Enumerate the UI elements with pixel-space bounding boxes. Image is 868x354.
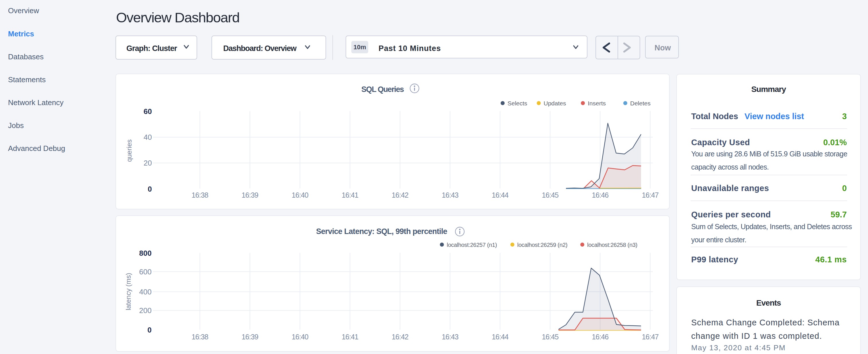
svg-text:16:40: 16:40 [292, 333, 308, 341]
svg-text:16:40: 16:40 [292, 191, 308, 199]
svg-text:16:47: 16:47 [642, 191, 658, 199]
svg-text:600: 600 [139, 267, 152, 276]
svg-text:queries: queries [125, 139, 133, 162]
svg-text:16:42: 16:42 [392, 333, 408, 341]
svg-text:0: 0 [148, 185, 152, 193]
svg-text:16:44: 16:44 [492, 333, 509, 341]
svg-text:Deletes: Deletes [630, 100, 651, 106]
svg-text:20: 20 [144, 159, 152, 167]
svg-text:localhost:26257 (n1): localhost:26257 (n1) [447, 242, 497, 248]
svg-text:16:45: 16:45 [542, 191, 559, 199]
svg-text:16:39: 16:39 [242, 191, 258, 199]
svg-text:16:47: 16:47 [642, 333, 658, 341]
svg-text:0: 0 [148, 326, 152, 334]
svg-text:16:38: 16:38 [191, 191, 208, 199]
svg-text:latency (ms): latency (ms) [124, 273, 132, 311]
svg-text:Inserts: Inserts [588, 100, 606, 106]
svg-text:Updates: Updates [544, 100, 566, 106]
svg-text:16:38: 16:38 [191, 333, 208, 341]
svg-text:200: 200 [139, 306, 152, 315]
svg-text:40: 40 [144, 133, 152, 141]
svg-text:800: 800 [139, 249, 152, 257]
svg-text:localhost:26259 (n2): localhost:26259 (n2) [517, 242, 567, 248]
svg-text:400: 400 [139, 288, 152, 296]
svg-text:16:39: 16:39 [242, 333, 258, 341]
svg-text:16:46: 16:46 [592, 333, 608, 341]
svg-text:16:42: 16:42 [392, 191, 408, 199]
svg-text:16:44: 16:44 [492, 191, 509, 199]
svg-text:16:43: 16:43 [442, 191, 458, 199]
svg-text:16:41: 16:41 [342, 191, 358, 199]
svg-text:Selects: Selects [507, 100, 527, 106]
svg-text:16:41: 16:41 [342, 333, 358, 341]
svg-text:16:45: 16:45 [542, 333, 559, 341]
svg-text:60: 60 [144, 107, 152, 116]
svg-text:localhost:26258 (n3): localhost:26258 (n3) [587, 242, 637, 248]
svg-text:16:46: 16:46 [592, 191, 608, 199]
svg-text:16:43: 16:43 [442, 333, 458, 341]
